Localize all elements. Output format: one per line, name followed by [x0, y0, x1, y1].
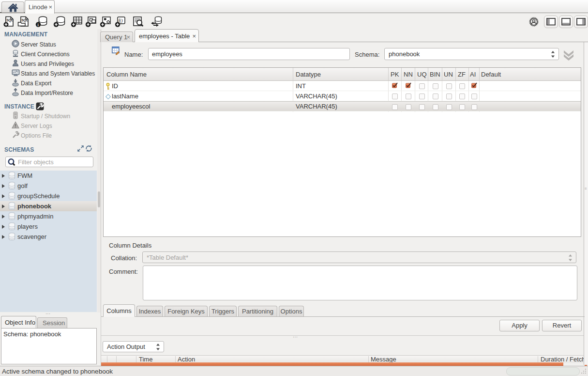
svg-text:SQL: SQL [22, 18, 28, 22]
svg-text:SQL: SQL [7, 18, 13, 22]
